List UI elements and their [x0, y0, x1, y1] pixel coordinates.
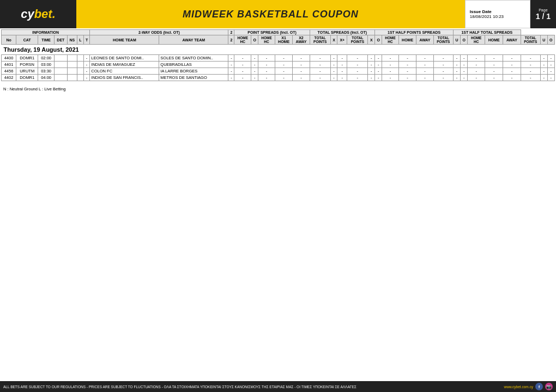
footer-notes-text: N : Neutral Ground L : Live Betting — [3, 87, 65, 91]
issue-date: 18/08/2021 10:23 — [470, 14, 525, 19]
col-ht2-total: TOTALPOINTS — [521, 35, 541, 45]
header-1st-total: 1ST HALF TOTAL SPREADS — [454, 30, 521, 35]
table-body: Thursday, 19 August, 2021 4400DOMR102:00… — [2, 45, 555, 81]
header-row-groups: INFORMATION 2-WAY ODDS (Incl. OT) 2 POIN… — [2, 30, 555, 35]
col-ts-x: X — [330, 35, 337, 45]
col-ns: NS — [67, 35, 77, 45]
table-row: 4402DOMR104:00-INDIOS DE SAN FRANCIS..ME… — [2, 75, 555, 81]
col-ht2-u: U — [541, 35, 548, 45]
issue-label: Issue Date — [470, 9, 525, 14]
coupon-table: INFORMATION 2-WAY ODDS (Incl. OT) 2 POIN… — [1, 29, 555, 81]
col-ps-x1: X1HOME — [275, 35, 293, 45]
title-area: MIDWEEK BASKETBALL COUPON — [76, 0, 465, 28]
col-ht2-away: AWAY — [503, 35, 521, 45]
col-h1-home: HOME — [398, 35, 416, 45]
day-header-row: Thursday, 19 August, 2021 — [2, 45, 555, 55]
col-ts-x2: X — [368, 35, 375, 45]
col-ht2-hc: HOMEHC — [468, 35, 485, 45]
col-away: O — [251, 35, 258, 45]
col-t: T — [83, 35, 90, 45]
footer-disclaimer: ALL BETS ARE SUBJECT TO OUR REGULATIONS … — [3, 385, 356, 389]
col-ps-x2: X2AWAY — [293, 35, 310, 45]
facebook-icon[interactable]: f — [535, 383, 543, 390]
col-ps-hc: HOMEHC — [258, 35, 275, 45]
col-h1-total: TOTALPOINTS — [433, 35, 454, 45]
footer-bar: ALL BETS ARE SUBJECT TO OUR REGULATIONS … — [0, 381, 556, 392]
page-area: Page 1 / 1 — [530, 0, 556, 28]
header-col2: 2 — [228, 30, 234, 35]
col-ts-xp: X+ — [337, 35, 347, 45]
col-away-team: AWAY TEAM — [159, 35, 228, 45]
issue-area: Issue Date 18/08/2021 10:23 — [465, 0, 530, 28]
page-header: cybet. MIDWEEK BASKETBALL COUPON Issue D… — [0, 0, 556, 28]
table-row: 4401PORSN03:00-INDIAS DE MAYAGUEZQUEBRAD… — [2, 62, 555, 68]
col-ht2-o: O — [547, 35, 554, 45]
col-h1-u: U — [454, 35, 461, 45]
col-ts-o: O — [375, 35, 382, 45]
col-h1-away: AWAY — [416, 35, 433, 45]
col-no: No — [2, 35, 16, 45]
col-2way-col2: 2 — [228, 35, 234, 45]
header-information: INFORMATION — [2, 30, 90, 35]
col-h1-hc: HOMEHC — [382, 35, 399, 45]
col-h1-o: O — [461, 35, 468, 45]
website-url: www.cybet.com.cy — [504, 385, 533, 389]
col-home-hc: HOMEHC — [234, 35, 251, 45]
col-home-team: HOME TEAM — [90, 35, 159, 45]
table-row: 4400DOMR102:00-LEONES DE SANTO DOMI..SOL… — [2, 55, 555, 62]
col-ts-total: TOTALPOINTS — [310, 35, 330, 45]
page-value: 1 / 1 — [536, 12, 551, 21]
logo: cybet. — [21, 7, 56, 21]
col-l: L — [77, 35, 84, 45]
col-cat: CAT — [16, 35, 38, 45]
logo-area: cybet. — [0, 0, 76, 28]
col-ht2-home: HOME — [485, 35, 503, 45]
header-1st-half: 1ST HALF POINTS SPREADS — [375, 30, 454, 35]
social-icons: www.cybet.com.cy f 📷 — [504, 383, 553, 390]
header-two-way: 2-WAY ODDS (Incl. OT) — [90, 30, 228, 35]
page-title: MIDWEEK BASKETBALL COUPON — [183, 9, 359, 20]
table-row: 4456URUTM03:30-COLON FCIA LARRE BORGES--… — [2, 68, 555, 75]
day-header-label: Thursday, 19 August, 2021 — [2, 45, 555, 55]
header-row-sub: No CAT TIME DET NS L T HOME TEAM AWAY TE… — [2, 35, 555, 45]
col-det: DET — [54, 35, 67, 45]
col-ts-total2: TOTALPOINTS — [347, 35, 368, 45]
footer-notes: N : Neutral Ground L : Live Betting — [0, 84, 556, 94]
instagram-icon[interactable]: 📷 — [545, 383, 553, 390]
header-total-spreads: TOTAL SPREADS (Incl. OT) — [310, 30, 375, 35]
coupon-table-container: INFORMATION 2-WAY ODDS (Incl. OT) 2 POIN… — [0, 28, 556, 82]
page-label: Page — [539, 8, 547, 12]
header-point-spreads: POINT SPREADS (Incl. OT) — [234, 30, 310, 35]
col-time: TIME — [38, 35, 55, 45]
